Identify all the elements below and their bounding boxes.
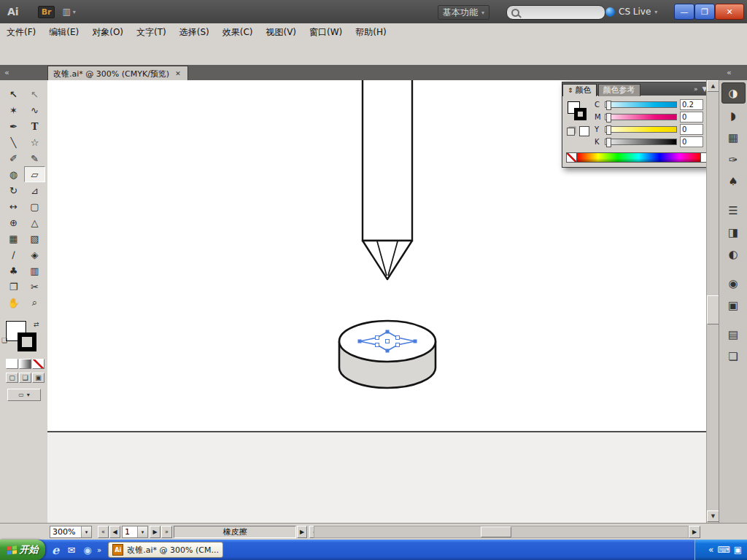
search-input[interactable] [506,5,605,20]
channel-slider[interactable] [605,126,677,133]
tab-color-guide[interactable]: 颜色参考 [598,84,640,96]
status-options-button[interactable]: ▶ [297,526,307,538]
horizontal-scrollbar[interactable] [314,526,689,538]
draw-behind-button[interactable]: ❑ [19,373,31,383]
tool-eyedropper[interactable]: ∕ [3,246,24,262]
tool-magic-wand[interactable]: ✶ [3,102,24,118]
tool-hand[interactable]: ✋ [3,295,24,311]
scroll-right-icon[interactable]: ▶ [689,526,700,538]
start-button[interactable]: 开始 [0,540,45,560]
default-fill-stroke-icon[interactable]: ❏ [1,337,7,344]
restore-button[interactable]: ❐ [694,4,715,20]
slider-thumb[interactable] [606,138,611,147]
swap-fill-stroke-icon[interactable]: ⇄ [34,321,39,328]
dock-color[interactable]: ◑ [721,82,746,104]
tool-artboard[interactable]: ❐ [3,279,24,295]
menu-item[interactable]: 文件(F) [0,23,42,42]
channel-slider[interactable] [605,114,677,120]
close-icon[interactable]: ✕ [174,69,182,78]
dock-stroke[interactable]: ☰ [722,201,745,220]
last-artboard-button[interactable]: » [161,526,172,538]
spectrum-ramp[interactable] [577,152,701,163]
tool-scale[interactable]: ⊿ [24,182,45,198]
scroll-down-icon[interactable]: ▼ [707,510,719,522]
tool-paintbrush[interactable]: ✐ [3,150,24,166]
color-mode-button[interactable] [6,359,18,369]
tool-selection[interactable]: ↖ [3,86,24,102]
scroll-up-icon[interactable]: ▲ [707,80,719,92]
collapse-right-dock-icon[interactable]: « [727,65,732,80]
tool-symbol-sprayer[interactable]: ♣ [3,262,24,279]
artboard-navigation-dropdown[interactable]: 1 ▾ [122,526,148,538]
dock-symbols[interactable]: ♠ [722,171,745,191]
messenger-icon[interactable]: ◉ [80,542,95,557]
menu-item[interactable]: 帮助(H) [349,23,392,42]
tab-color[interactable]: ⇕ 颜色 [562,84,597,96]
next-artboard-button[interactable]: ▶ [150,526,160,538]
tool-pen[interactable]: ✒ [3,118,24,134]
canvas[interactable]: ⇕ 颜色 颜色参考 » ▼≡ C [47,80,706,523]
menu-item[interactable]: 选择(S) [173,23,216,42]
close-button[interactable]: ✕ [715,4,744,20]
tool-mesh[interactable]: ▦ [3,230,24,246]
screwdriver-tip[interactable] [363,241,412,279]
tool-star-shape[interactable]: ☆ [24,134,45,150]
slider-thumb[interactable] [606,101,611,110]
arrange-documents-button[interactable]: ▥ ▾ [62,7,75,17]
tool-type[interactable]: T [24,118,45,134]
cycle-color-mode-icon[interactable]: ⇕ [568,87,573,94]
web-safe-swatch[interactable] [579,126,589,136]
bridge-button[interactable]: Br [38,6,55,18]
horizontal-scroll-thumb[interactable] [481,526,511,537]
tool-perspective-grid[interactable]: △ [24,214,45,230]
dock-brushes[interactable]: ✑ [722,149,745,169]
dock-gradient[interactable]: ◨ [722,222,745,242]
tool-gradient[interactable]: ▧ [24,230,45,246]
menu-item[interactable]: 视图(V) [259,23,303,42]
tool-blob-brush[interactable]: ◍ [3,166,24,182]
dock-color-guide[interactable]: ◗ [722,106,745,125]
panel-stroke-proxy[interactable] [574,108,587,120]
channel-value-input[interactable]: 0 [680,112,703,122]
slider-thumb[interactable] [606,125,611,135]
change-screen-mode-button[interactable]: ▭ ▾ [7,389,41,401]
tool-direct-selection[interactable]: ↖ [24,86,45,102]
menu-item[interactable]: 文字(T) [130,23,173,42]
document-tab[interactable]: 改锥.ai* @ 300% (CMYK/预览) ✕ [47,66,188,81]
expand-panel-icon[interactable]: » [694,85,698,93]
white-swatch[interactable] [701,152,706,163]
tool-pencil[interactable]: ✎ [24,150,45,166]
previous-artboard-button[interactable]: ◀ [109,526,120,538]
input-method-icon[interactable]: ⌨ [717,545,729,555]
minimize-button[interactable]: — [674,4,694,20]
channel-value-input[interactable]: 0.2 [680,99,703,110]
none-mode-button[interactable] [32,359,44,369]
slider-thumb[interactable] [606,113,611,122]
tool-shape-builder[interactable]: ⊕ [3,214,24,230]
dock-appearance[interactable]: ◉ [722,273,745,293]
screwdriver-shaft[interactable] [363,80,412,241]
stroke-color-swatch[interactable] [18,332,36,351]
menu-item[interactable]: 对象(O) [85,23,130,42]
tool-width[interactable]: ↔ [3,198,24,214]
status-tool-display[interactable]: 橡皮擦 [174,526,296,538]
taskbar-app-button[interactable]: Ai 改锥.ai* @ 300% (CM... [108,542,223,558]
channel-slider[interactable] [605,101,677,108]
vertical-scrollbar[interactable]: ▲ ▼ [706,80,719,523]
draw-normal-button[interactable]: ▢ [6,373,18,383]
display-settings-icon[interactable]: ▣ [734,545,742,555]
channel-slider[interactable] [605,139,677,145]
tool-eraser[interactable]: ▱ [24,166,45,182]
dock-graphic-styles[interactable]: ▣ [722,295,745,315]
gradient-mode-button[interactable] [19,359,31,369]
menu-item[interactable]: 效果(C) [216,23,260,42]
tool-rotate[interactable]: ↻ [3,182,24,198]
channel-value-input[interactable]: 0 [680,136,703,147]
tool-column-graph[interactable]: ▥ [24,262,45,279]
tool-slice[interactable]: ✂ [24,279,45,295]
tool-lasso[interactable]: ∿ [24,102,45,118]
internet-explorer-icon[interactable]: e [48,542,63,557]
dock-swatches[interactable]: ▦ [722,128,745,147]
menu-item[interactable]: 窗口(W) [303,23,349,42]
dock-layers[interactable]: ▤ [722,324,745,344]
